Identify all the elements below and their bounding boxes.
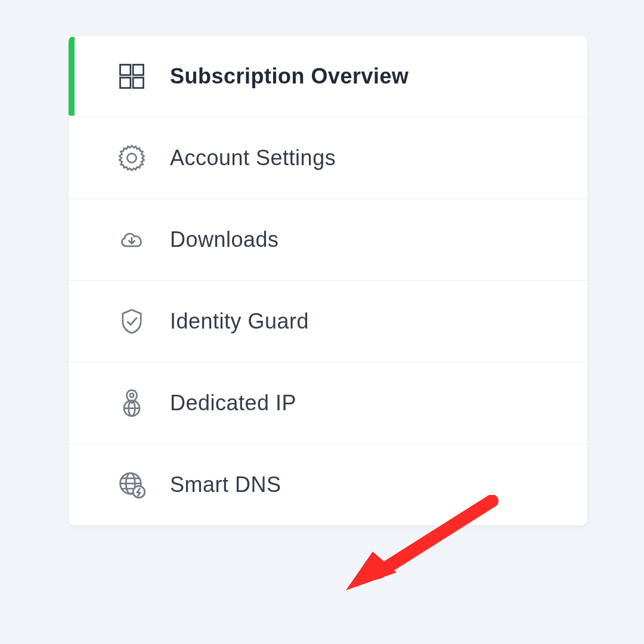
sidebar-item-label: Subscription Overview — [170, 64, 409, 89]
svg-point-4 — [127, 153, 136, 162]
sidebar-item-label: Identity Guard — [170, 309, 309, 334]
sidebar-item-account-settings[interactable]: Account Settings — [69, 117, 587, 199]
sidebar-item-identity-guard[interactable]: Identity Guard — [69, 281, 587, 363]
svg-point-9 — [130, 394, 134, 398]
sidebar-item-smart-dns[interactable]: Smart DNS — [69, 444, 587, 525]
sidebar-item-label: Account Settings — [170, 145, 336, 171]
sidebar-item-label: Dedicated IP — [170, 391, 296, 416]
sidebar-item-label: Downloads — [170, 227, 279, 252]
sidebar-item-downloads[interactable]: Downloads — [69, 199, 587, 281]
sidebar-item-subscription-overview[interactable]: Subscription Overview — [69, 36, 587, 117]
globe-bolt-icon — [116, 469, 147, 500]
svg-rect-3 — [133, 78, 143, 88]
svg-rect-0 — [120, 65, 131, 75]
sidebar-item-dedicated-ip[interactable]: Dedicated IP — [69, 363, 587, 444]
svg-marker-17 — [346, 552, 397, 590]
gear-icon — [116, 143, 147, 174]
globe-pin-icon — [116, 388, 147, 419]
grid-icon — [116, 61, 147, 92]
shield-check-icon — [116, 306, 147, 337]
sidebar-item-label: Smart DNS — [170, 472, 281, 497]
cloud-download-icon — [116, 224, 147, 255]
svg-rect-1 — [133, 65, 143, 75]
svg-rect-2 — [120, 78, 131, 88]
sidebar-panel: Subscription Overview Account Settings D… — [69, 36, 587, 525]
